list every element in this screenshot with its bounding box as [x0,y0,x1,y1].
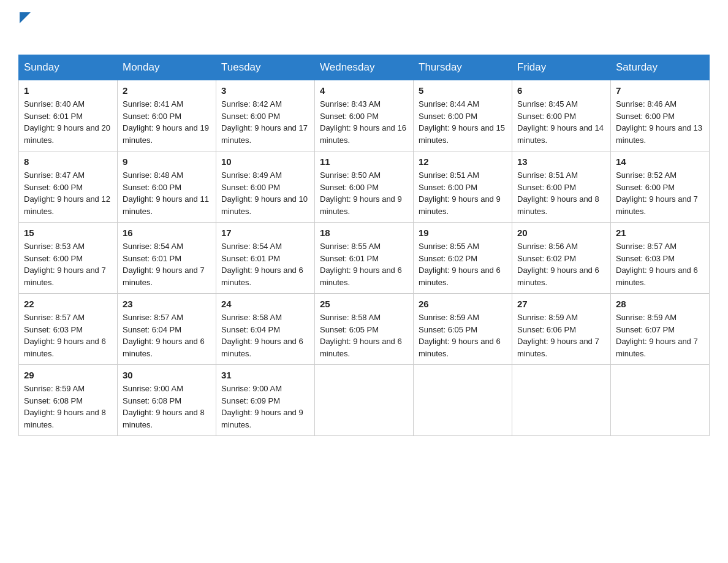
day-info: Sunrise: 8:59 AMSunset: 6:07 PMDaylight:… [616,312,704,359]
day-number: 3 [221,85,309,96]
calendar-cell: 28Sunrise: 8:59 AMSunset: 6:07 PMDayligh… [611,294,710,365]
day-info: Sunrise: 8:55 AMSunset: 6:02 PMDaylight:… [419,240,507,288]
column-header-wednesday: Wednesday [315,55,414,80]
day-info: Sunrise: 8:40 AMSunset: 6:01 PMDaylight:… [24,98,112,146]
calendar-header-row: SundayMondayTuesdayWednesdayThursdayFrid… [19,55,710,80]
day-number: 6 [517,85,605,96]
calendar-cell: 16Sunrise: 8:54 AMSunset: 6:01 PMDayligh… [118,223,216,294]
calendar-cell: 26Sunrise: 8:59 AMSunset: 6:05 PMDayligh… [414,294,512,365]
day-number: 23 [123,299,211,309]
day-number: 8 [24,156,112,167]
calendar-cell: 29Sunrise: 8:59 AMSunset: 6:08 PMDayligh… [19,365,118,436]
calendar-cell [414,365,512,436]
calendar-cell: 23Sunrise: 8:57 AMSunset: 6:04 PMDayligh… [118,294,216,365]
day-info: Sunrise: 8:54 AMSunset: 6:01 PMDaylight:… [123,240,211,288]
day-info: Sunrise: 8:45 AMSunset: 6:00 PMDaylight:… [517,98,605,146]
calendar-cell: 21Sunrise: 8:57 AMSunset: 6:03 PMDayligh… [611,223,710,294]
day-info: Sunrise: 8:56 AMSunset: 6:02 PMDaylight:… [517,240,605,288]
day-info: Sunrise: 8:57 AMSunset: 6:04 PMDaylight:… [123,312,211,359]
day-info: Sunrise: 8:59 AMSunset: 6:08 PMDaylight:… [24,383,112,431]
calendar-cell: 6Sunrise: 8:45 AMSunset: 6:00 PMDaylight… [512,80,611,151]
day-info: Sunrise: 8:50 AMSunset: 6:00 PMDaylight:… [320,169,408,217]
calendar-cell: 8Sunrise: 8:47 AMSunset: 6:00 PMDaylight… [19,151,118,223]
day-number: 25 [320,299,408,309]
day-info: Sunrise: 8:54 AMSunset: 6:01 PMDaylight:… [221,240,309,288]
column-header-thursday: Thursday [414,55,512,80]
day-info: Sunrise: 8:51 AMSunset: 6:00 PMDaylight:… [517,169,605,217]
day-number: 20 [517,228,605,238]
day-number: 26 [419,299,507,309]
day-info: Sunrise: 8:46 AMSunset: 6:00 PMDaylight:… [616,98,704,146]
day-info: Sunrise: 8:44 AMSunset: 6:00 PMDaylight:… [419,98,507,146]
day-number: 13 [517,156,605,167]
day-info: Sunrise: 8:52 AMSunset: 6:00 PMDaylight:… [616,169,704,217]
calendar-cell: 17Sunrise: 8:54 AMSunset: 6:01 PMDayligh… [216,223,315,294]
calendar-cell: 12Sunrise: 8:51 AMSunset: 6:00 PMDayligh… [414,151,512,223]
day-info: Sunrise: 8:42 AMSunset: 6:00 PMDaylight:… [221,98,309,146]
day-info: Sunrise: 8:41 AMSunset: 6:00 PMDaylight:… [123,98,211,146]
day-number: 1 [24,85,112,96]
calendar-cell: 22Sunrise: 8:57 AMSunset: 6:03 PMDayligh… [19,294,118,365]
calendar-cell: 18Sunrise: 8:55 AMSunset: 6:01 PMDayligh… [315,223,414,294]
calendar-cell [315,365,414,436]
calendar-cell: 10Sunrise: 8:49 AMSunset: 6:00 PMDayligh… [216,151,315,223]
day-info: Sunrise: 8:57 AMSunset: 6:03 PMDaylight:… [616,240,704,288]
day-info: Sunrise: 9:00 AMSunset: 6:08 PMDaylight:… [123,383,211,431]
day-number: 7 [616,85,704,96]
day-info: Sunrise: 8:58 AMSunset: 6:04 PMDaylight:… [221,312,309,359]
calendar-cell [512,365,611,436]
calendar-cell: 15Sunrise: 8:53 AMSunset: 6:00 PMDayligh… [19,223,118,294]
day-info: Sunrise: 8:49 AMSunset: 6:00 PMDaylight:… [221,169,309,217]
calendar-week-row: 8Sunrise: 8:47 AMSunset: 6:00 PMDaylight… [19,151,710,223]
calendar-cell: 1Sunrise: 8:40 AMSunset: 6:01 PMDaylight… [19,80,118,151]
day-number: 30 [123,370,211,380]
calendar-cell: 4Sunrise: 8:43 AMSunset: 6:00 PMDaylight… [315,80,414,151]
calendar-cell: 14Sunrise: 8:52 AMSunset: 6:00 PMDayligh… [611,151,710,223]
day-number: 29 [24,370,112,380]
column-header-tuesday: Tuesday [216,55,315,80]
calendar-cell: 5Sunrise: 8:44 AMSunset: 6:00 PMDaylight… [414,80,512,151]
column-header-monday: Monday [118,55,216,80]
day-info: Sunrise: 8:53 AMSunset: 6:00 PMDaylight:… [24,240,112,288]
day-info: Sunrise: 8:47 AMSunset: 6:00 PMDaylight:… [24,169,112,217]
day-info: Sunrise: 8:43 AMSunset: 6:00 PMDaylight:… [320,98,408,146]
day-number: 19 [419,228,507,238]
day-number: 21 [616,228,704,238]
calendar-cell: 19Sunrise: 8:55 AMSunset: 6:02 PMDayligh… [414,223,512,294]
calendar-cell: 20Sunrise: 8:56 AMSunset: 6:02 PMDayligh… [512,223,611,294]
calendar-cell: 2Sunrise: 8:41 AMSunset: 6:00 PMDaylight… [118,80,216,151]
day-number: 15 [24,228,112,238]
calendar-cell: 13Sunrise: 8:51 AMSunset: 6:00 PMDayligh… [512,151,611,223]
day-number: 31 [221,370,309,380]
day-number: 12 [419,156,507,167]
calendar-week-row: 15Sunrise: 8:53 AMSunset: 6:00 PMDayligh… [19,223,710,294]
day-number: 4 [320,85,408,96]
calendar-week-row: 29Sunrise: 8:59 AMSunset: 6:08 PMDayligh… [19,365,710,436]
day-number: 16 [123,228,211,238]
calendar-cell: 9Sunrise: 8:48 AMSunset: 6:00 PMDaylight… [118,151,216,223]
calendar-cell: 3Sunrise: 8:42 AMSunset: 6:00 PMDaylight… [216,80,315,151]
day-number: 27 [517,299,605,309]
day-info: Sunrise: 8:48 AMSunset: 6:00 PMDaylight:… [123,169,211,217]
logo-arrow-icon [20,12,31,23]
calendar-week-row: 22Sunrise: 8:57 AMSunset: 6:03 PMDayligh… [19,294,710,365]
day-info: Sunrise: 8:59 AMSunset: 6:05 PMDaylight:… [419,312,507,359]
calendar-week-row: 1Sunrise: 8:40 AMSunset: 6:01 PMDaylight… [19,80,710,151]
day-number: 14 [616,156,704,167]
day-number: 10 [221,156,309,167]
day-info: Sunrise: 8:58 AMSunset: 6:05 PMDaylight:… [320,312,408,359]
day-number: 9 [123,156,211,167]
page-header [18,12,710,44]
day-number: 11 [320,156,408,167]
day-number: 17 [221,228,309,238]
svg-marker-0 [20,12,31,23]
column-header-saturday: Saturday [611,55,710,80]
day-info: Sunrise: 8:59 AMSunset: 6:06 PMDaylight:… [517,312,605,359]
calendar-cell: 25Sunrise: 8:58 AMSunset: 6:05 PMDayligh… [315,294,414,365]
day-number: 24 [221,299,309,309]
calendar-cell: 24Sunrise: 8:58 AMSunset: 6:04 PMDayligh… [216,294,315,365]
day-number: 22 [24,299,112,309]
day-info: Sunrise: 9:00 AMSunset: 6:09 PMDaylight:… [221,383,309,431]
calendar-cell: 30Sunrise: 9:00 AMSunset: 6:08 PMDayligh… [118,365,216,436]
column-header-sunday: Sunday [19,55,118,80]
